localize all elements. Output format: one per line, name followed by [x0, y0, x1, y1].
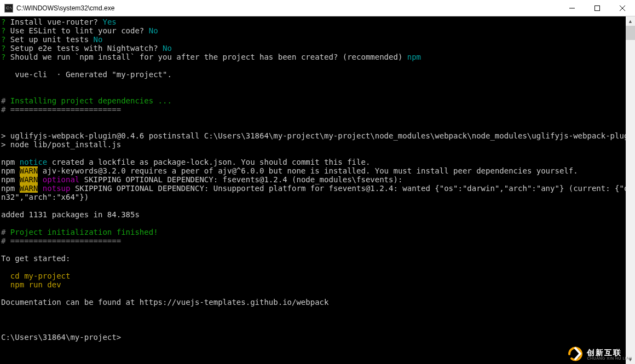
watermark-logo-icon	[567, 346, 584, 362]
q-text: Setup e2e tests with Nightwatch?	[5, 44, 163, 53]
cmd-line: npm run dev	[1, 280, 61, 289]
npm-text: SKIPPING OPTIONAL DEPENDENCY: fsevents@1…	[79, 175, 402, 184]
watermark-text: 创新互联 CHUANG XIN HU LIAN	[587, 349, 632, 360]
npm-text: n32","arch":"x64"})	[1, 193, 89, 201]
npm-pre: npm	[1, 175, 20, 184]
install-header: Installing project dependencies ...	[10, 96, 172, 105]
npm-text: created a lockfile as package-lock.json.…	[47, 158, 370, 166]
cmd-window: C:\ C:\WINDOWS\system32\cmd.exe ? Instal…	[0, 0, 635, 364]
close-button[interactable]	[610, 0, 635, 16]
npm-pre: npm	[1, 166, 20, 175]
hash: #	[1, 228, 10, 236]
postinstall-line: > node lib/post_install.js	[1, 140, 121, 149]
window-title: C:\WINDOWS\system32\cmd.exe	[16, 4, 559, 12]
watermark: 创新互联 CHUANG XIN HU LIAN	[567, 346, 632, 362]
npm-warn-tag: WARN	[20, 166, 38, 175]
vertical-scrollbar[interactable]: ▲ ▼	[626, 16, 635, 364]
terminal-area: ? Install vue-router? Yes ? Use ESLint t…	[0, 16, 635, 364]
watermark-cn: 创新互联	[587, 349, 632, 356]
generated-line: vue-cli · Generated "my-project".	[1, 70, 172, 79]
npm-pre: npm	[1, 184, 20, 193]
minimize-button[interactable]	[559, 0, 585, 16]
npm-sub: notsup	[38, 184, 70, 193]
q-text: Should we run `npm install` for you afte…	[5, 53, 407, 61]
cmd-icon: C:\	[4, 4, 13, 13]
npm-warn-tag: WARN	[20, 175, 38, 184]
q-text: Set up unit tests	[5, 35, 93, 44]
q-text: Install vue-router?	[5, 18, 102, 26]
npm-text: ajv-keywords@3.2.0 requires a peer of aj…	[38, 166, 578, 175]
q-answer: Yes	[102, 18, 116, 26]
scroll-up-button[interactable]: ▲	[626, 16, 635, 26]
npm-pre: npm	[1, 158, 20, 166]
scroll-thumb[interactable]	[626, 26, 635, 40]
window-controls	[559, 0, 635, 16]
toget-line: To get started:	[1, 254, 70, 263]
watermark-en: CHUANG XIN HU LIAN	[587, 356, 632, 360]
npm-sub: optional	[38, 175, 79, 184]
q-answer: npm	[407, 53, 421, 61]
separator: # ========================	[1, 105, 121, 114]
added-line: added 1131 packages in 84.385s	[1, 210, 140, 219]
terminal-output[interactable]: ? Install vue-router? Yes ? Use ESLint t…	[0, 16, 626, 364]
maximize-button[interactable]	[585, 0, 610, 16]
hash: #	[1, 96, 10, 105]
q-answer: No	[94, 35, 103, 44]
shell-prompt: C:\Users\31864\my-project>	[1, 333, 121, 342]
docs-line: Documentation can be found at https://vu…	[1, 298, 328, 307]
titlebar[interactable]: C:\ C:\WINDOWS\system32\cmd.exe	[0, 0, 635, 16]
cmd-line: cd my-project	[1, 271, 70, 280]
npm-notice-tag: notice	[20, 158, 48, 166]
svg-rect-1	[595, 6, 600, 11]
separator: # ========================	[1, 236, 121, 245]
q-text: Use ESLint to lint your code?	[5, 26, 148, 35]
q-answer: No	[149, 26, 158, 35]
q-answer: No	[163, 44, 172, 53]
finished-line: Project initialization finished!	[10, 228, 158, 236]
postinstall-line: > uglifyjs-webpack-plugin@0.4.6 postinst…	[1, 131, 626, 140]
npm-warn-tag: WARN	[20, 184, 38, 193]
npm-text: SKIPPING OPTIONAL DEPENDENCY: Unsupporte…	[70, 184, 626, 193]
